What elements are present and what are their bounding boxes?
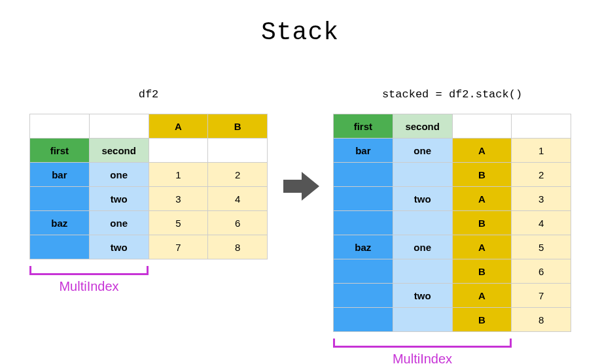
idx-second <box>393 163 452 187</box>
table-row: baz one 5 6 <box>30 211 268 235</box>
idx-first <box>30 187 90 211</box>
cell: 7 <box>512 284 571 308</box>
idx-first <box>30 235 90 259</box>
cell: 2 <box>512 163 571 187</box>
right-panel: stacked = df2.stack() first second bar o… <box>333 88 571 364</box>
idx-second: two <box>393 187 452 211</box>
idx-second: one <box>393 139 452 163</box>
cell: 4 <box>208 187 268 211</box>
index-name-first: first <box>30 139 90 163</box>
idx-third: B <box>452 163 512 187</box>
right-table: first second bar one A 1 B 2 two A <box>333 114 571 332</box>
idx-second: one <box>89 163 149 187</box>
page-title: Stack <box>0 0 600 46</box>
table-row: two 7 8 <box>30 235 268 259</box>
idx-second: two <box>89 187 149 211</box>
cell: 2 <box>208 163 268 187</box>
multiindex-label: MultiIndex <box>29 279 149 294</box>
idx-first: baz <box>334 235 393 259</box>
idx-first: baz <box>30 211 90 235</box>
table-row: baz one A 5 <box>334 235 571 259</box>
index-name-first: first <box>334 114 393 139</box>
index-name-second: second <box>89 139 149 163</box>
hdr-blank <box>208 139 268 163</box>
idx-second: one <box>89 211 149 235</box>
col-header-A: A <box>149 114 208 139</box>
idx-first <box>334 163 393 187</box>
left-table: A B first second bar one 1 2 two 3 4 <box>29 114 268 259</box>
idx-first <box>334 211 393 235</box>
table-row: bar one 1 2 <box>30 163 268 187</box>
cell: 8 <box>512 308 571 332</box>
cell: 3 <box>512 187 571 211</box>
cell: 8 <box>208 235 268 259</box>
col-header-B: B <box>208 114 268 139</box>
idx-first <box>334 187 393 211</box>
index-name-second: second <box>393 114 452 139</box>
idx-second: one <box>393 235 452 259</box>
idx-second <box>393 259 452 284</box>
table-row: B 6 <box>334 259 571 284</box>
cell: 1 <box>512 139 571 163</box>
hdr-blank <box>89 114 149 139</box>
idx-third: A <box>452 187 512 211</box>
idx-third: B <box>452 259 512 284</box>
table-row: two 3 4 <box>30 187 268 211</box>
idx-second: two <box>89 235 149 259</box>
idx-first <box>334 284 393 308</box>
idx-third: A <box>452 139 512 163</box>
idx-second <box>393 308 452 332</box>
arrow-icon <box>283 171 319 202</box>
cell: 3 <box>149 187 208 211</box>
idx-third: A <box>452 235 512 259</box>
cell: 6 <box>208 211 268 235</box>
hdr-blank <box>149 139 208 163</box>
idx-third: A <box>452 284 512 308</box>
table-row: B 2 <box>334 163 571 187</box>
table-row: B 4 <box>334 211 571 235</box>
hdr-blank <box>512 114 571 139</box>
svg-marker-0 <box>283 172 319 201</box>
hdr-blank <box>30 114 90 139</box>
cell: 5 <box>149 211 208 235</box>
table-row: bar one A 1 <box>334 139 571 163</box>
table-row: B 8 <box>334 308 571 332</box>
cell: 4 <box>512 211 571 235</box>
idx-second: two <box>393 284 452 308</box>
cell: 7 <box>149 235 208 259</box>
multiindex-bracket-right: MultiIndex <box>333 339 512 364</box>
table-row: two A 3 <box>334 187 571 211</box>
left-caption: df2 <box>29 88 268 101</box>
idx-first: bar <box>30 163 90 187</box>
cell: 1 <box>149 163 208 187</box>
idx-second <box>393 211 452 235</box>
multiindex-label: MultiIndex <box>333 352 512 364</box>
cell: 5 <box>512 235 571 259</box>
idx-first: bar <box>334 139 393 163</box>
hdr-blank <box>452 114 512 139</box>
multiindex-bracket-left: MultiIndex <box>29 266 149 294</box>
cell: 6 <box>512 259 571 284</box>
left-panel: df2 A B first second bar one 1 2 <box>29 88 268 294</box>
idx-first <box>334 259 393 284</box>
idx-third: B <box>452 308 512 332</box>
table-row: two A 7 <box>334 284 571 308</box>
idx-first <box>334 308 393 332</box>
idx-third: B <box>452 211 512 235</box>
right-caption: stacked = df2.stack() <box>333 88 571 101</box>
